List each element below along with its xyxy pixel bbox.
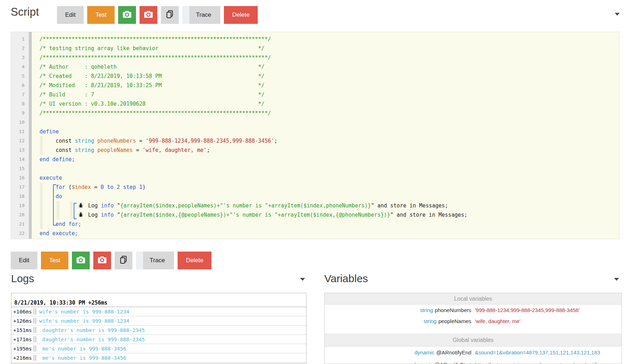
trace-toggle[interactable]: [136, 252, 143, 269]
code-line: /***************************************…: [32, 35, 619, 44]
local-variables-header: Local variables: [325, 293, 622, 305]
line-number: 22: [11, 229, 29, 238]
line-number: 19: [11, 201, 29, 210]
line-number: 5: [11, 72, 29, 81]
log-timestamp: +171ms: [11, 337, 33, 342]
variable-row: stringpeopleNames'wife, daughter, me': [325, 316, 622, 327]
code-token: {arrayItem($index,{@peopleNames})+"'s nu…: [120, 212, 390, 218]
code-token: 'wife, daughter, me': [142, 147, 207, 153]
code-token: " and store in Messages;: [371, 202, 448, 209]
code-token: /* UI version : v0.3.10e.20190628 */: [40, 101, 264, 107]
code-line: /* UI version : v0.3.10e.20190628 */: [32, 99, 619, 109]
variable-name: peopleNames: [438, 318, 471, 324]
variable-value: 'wife, daughter, me': [475, 316, 520, 327]
logs-panel: 8/21/2019, 10:33:30 PM +256ms +106mswife…: [11, 293, 306, 364]
line-number: 21: [11, 220, 29, 229]
delete-button[interactable]: Delete: [224, 6, 258, 24]
script-collapse-caret[interactable]: [615, 13, 620, 16]
log-separator: [34, 308, 36, 315]
trace-button[interactable]: Trace: [182, 6, 220, 24]
code-token: [40, 212, 78, 218]
line-numbers: 12345678910111213141516171819202122: [11, 32, 29, 239]
code-line: [32, 164, 619, 173]
code-token: info: [101, 212, 114, 218]
code-line: Log info "{arrayItem($index,{@peopleName…: [32, 210, 619, 220]
line-number: 15: [11, 164, 29, 173]
logs-title: Logs: [11, 273, 34, 285]
line-number: 10: [11, 118, 29, 127]
code-line: /* Build : 7 */: [32, 90, 619, 99]
log-timestamp: +106ms: [11, 309, 33, 315]
logs-collapse-caret[interactable]: [300, 278, 305, 281]
copy-icon: [119, 255, 129, 267]
log-separator: [34, 318, 36, 324]
variable-label: dynamic@ARnotifyEnd: [325, 347, 471, 359]
code-token: end for;: [56, 221, 81, 227]
copy-button[interactable]: [161, 6, 179, 24]
log-entry: +216ms me's number is 999-888-3456: [11, 353, 306, 363]
code-token: [94, 138, 98, 144]
log-session-header: 8/21/2019, 10:33:30 PM +256ms: [11, 299, 306, 307]
trace-toggle[interactable]: [182, 6, 189, 24]
script-toolbar-bottom: Edit Test Trace Delete: [11, 252, 211, 269]
log-timestamp: +151ms: [11, 327, 33, 333]
trace-button[interactable]: Trace: [136, 252, 174, 269]
line-number: 1: [11, 35, 29, 44]
bug-icon[interactable]: [78, 211, 85, 220]
code-token: =: [91, 184, 101, 190]
edit-button[interactable]: Edit: [57, 6, 84, 24]
test-button[interactable]: Test: [87, 6, 115, 24]
variable-value: &sound=1&vibration=4879,137,151,121,143,…: [475, 347, 600, 359]
code-token: string: [75, 138, 94, 144]
code-line: execute: [32, 173, 619, 183]
test-button[interactable]: Test: [41, 252, 68, 269]
variables-collapse-caret[interactable]: [614, 278, 619, 281]
line-number: 6: [11, 81, 29, 90]
code-token: " and store in Messages;: [390, 212, 467, 218]
code-token: /***************************************…: [40, 54, 271, 61]
code-token: [40, 202, 78, 209]
code-token: =: [136, 138, 146, 144]
screenshot-green-button[interactable]: [118, 6, 136, 24]
variable-name: @ARnotifyEnd: [436, 349, 471, 355]
line-number: 18: [11, 192, 29, 201]
code-token: for: [56, 184, 65, 190]
delete-button[interactable]: Delete: [178, 252, 211, 269]
screenshot-red-button[interactable]: [93, 252, 111, 269]
variable-name: @ARnotifyStart: [434, 362, 471, 364]
code-editor[interactable]: 12345678910111213141516171819202122 /***…: [11, 32, 619, 239]
code-token: ": [114, 202, 120, 209]
code-token: /* Build : 7 */: [40, 91, 264, 98]
log-timestamp: +126ms: [11, 318, 33, 324]
log-message: daughter's number is 999-888-2345: [39, 327, 145, 333]
code-token: execute: [40, 175, 62, 181]
code-token: ): [142, 184, 146, 190]
code-token: ": [114, 212, 120, 218]
variable-kind: string: [420, 307, 433, 313]
screenshot-red-button[interactable]: [140, 6, 157, 24]
code-token: end define;: [40, 156, 75, 163]
variable-value: '999-888-1234,999-888-2345,999-888-3456': [475, 305, 580, 316]
copy-button[interactable]: [115, 252, 132, 269]
edit-button[interactable]: Edit: [11, 252, 37, 269]
code-pane[interactable]: /***************************************…: [32, 32, 619, 239]
code-token: 0 to 2 step 1: [101, 184, 142, 190]
log-message: daughter's number is 999-888-2345: [39, 337, 145, 342]
line-number: 7: [11, 90, 29, 99]
screenshot-green-button[interactable]: [72, 252, 90, 269]
log-timestamp: +195ms: [11, 346, 33, 352]
variable-row: dynamic@ARnotifyEnd&sound=1&vibration=48…: [325, 347, 622, 359]
log-message: me's number is 999-888-3456: [39, 346, 126, 352]
bug-icon[interactable]: [78, 202, 85, 211]
code-token: do: [56, 193, 62, 200]
code-token: [94, 147, 98, 153]
log-entry: +151ms daughter's number is 999-888-2345: [11, 326, 306, 335]
code-token: info: [101, 202, 114, 209]
code-token: Log: [85, 212, 101, 218]
code-token: [40, 193, 56, 200]
variables-panel: Local variables stringphoneNumbers'999-8…: [324, 293, 622, 364]
variable-value: https://autoremotejoaomgcd.appspot.com/s…: [475, 359, 603, 364]
log-separator: [34, 327, 36, 333]
variable-row: stringphoneNumbers'999-888-1234,999-888-…: [325, 305, 622, 316]
log-entry: +195ms me's number is 999-888-3456: [11, 344, 306, 353]
